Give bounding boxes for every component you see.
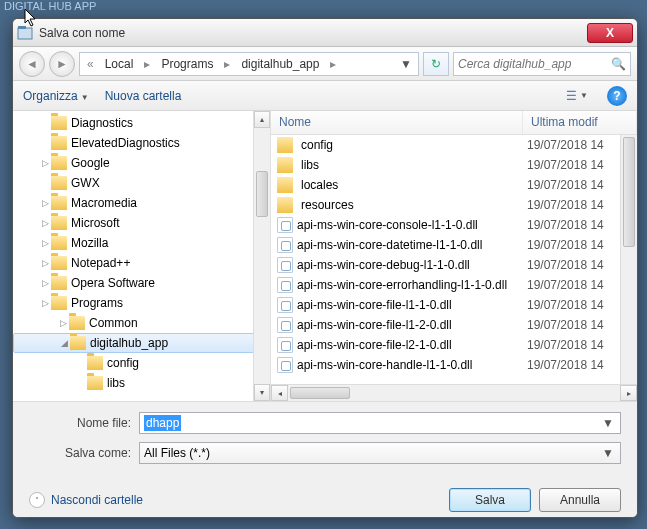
expand-icon[interactable]: ▷: [39, 238, 51, 248]
list-item[interactable]: api-ms-win-core-file-l1-2-0.dll19/07/201…: [271, 315, 637, 335]
refresh-button[interactable]: ↻: [423, 52, 449, 76]
scroll-down-button[interactable]: ▾: [254, 384, 270, 401]
folder-tree[interactable]: DiagnosticsElevatedDiagnostics▷GoogleGWX…: [13, 111, 271, 401]
filename-dropdown[interactable]: ▼: [600, 416, 616, 430]
expand-icon[interactable]: ▷: [39, 158, 51, 168]
new-folder-button[interactable]: Nuova cartella: [105, 89, 182, 103]
back-button[interactable]: ◄: [19, 51, 45, 77]
search-input[interactable]: [458, 57, 611, 71]
folder-icon: [51, 256, 67, 270]
filename-value[interactable]: dhapp: [144, 415, 181, 431]
scroll-right-button[interactable]: ▸: [620, 385, 637, 401]
titlebar[interactable]: Salva con nome X: [13, 19, 637, 47]
tree-label: Opera Software: [71, 276, 155, 290]
tree-node[interactable]: ▷Microsoft: [13, 213, 270, 233]
expand-icon[interactable]: ▷: [39, 278, 51, 288]
tree-node[interactable]: Diagnostics: [13, 113, 270, 133]
tree-node[interactable]: ▷Google: [13, 153, 270, 173]
organize-menu[interactable]: Organizza▼: [23, 89, 89, 103]
chevron-right-icon[interactable]: ▸: [327, 57, 339, 71]
scroll-up-button[interactable]: ▴: [254, 111, 270, 128]
tree-label: config: [107, 356, 139, 370]
list-item[interactable]: libs19/07/2018 14: [271, 155, 637, 175]
tree-label: Microsoft: [71, 216, 120, 230]
tree-label: Macromedia: [71, 196, 137, 210]
file-name: api-ms-win-core-file-l1-1-0.dll: [297, 298, 452, 312]
address-bar[interactable]: « Local ▸ Programs ▸ digitalhub_app ▸ ▼: [79, 52, 419, 76]
list-item[interactable]: api-ms-win-core-datetime-l1-1-0.dll19/07…: [271, 235, 637, 255]
tree-scrollbar[interactable]: ▴ ▾: [253, 111, 270, 401]
dll-file-icon: [277, 217, 293, 233]
filetype-dropdown[interactable]: ▼: [600, 446, 616, 460]
folder-icon: [87, 376, 103, 390]
tree-node[interactable]: ▷Notepad++: [13, 253, 270, 273]
scroll-thumb[interactable]: [256, 171, 268, 217]
tree-node[interactable]: config: [13, 353, 270, 373]
list-item[interactable]: api-ms-win-core-console-l1-1-0.dll19/07/…: [271, 215, 637, 235]
dll-file-icon: [277, 297, 293, 313]
address-dropdown[interactable]: ▼: [398, 57, 414, 71]
forward-icon: ►: [56, 57, 68, 71]
tree-label: GWX: [71, 176, 100, 190]
tree-node[interactable]: ◢digitalhub_app: [13, 333, 270, 353]
column-name[interactable]: Nome: [271, 111, 523, 134]
list-item[interactable]: api-ms-win-core-file-l1-1-0.dll19/07/201…: [271, 295, 637, 315]
file-name: api-ms-win-core-file-l2-1-0.dll: [297, 338, 452, 352]
horizontal-scrollbar[interactable]: ◂ ▸: [271, 384, 637, 401]
breadcrumb-item[interactable]: Local: [101, 55, 138, 73]
help-button[interactable]: ?: [607, 86, 627, 106]
search-icon[interactable]: 🔍: [611, 57, 626, 71]
list-item[interactable]: api-ms-win-core-errorhandling-l1-1-0.dll…: [271, 275, 637, 295]
list-item[interactable]: resources19/07/2018 14: [271, 195, 637, 215]
expand-icon[interactable]: ▷: [39, 198, 51, 208]
list-item[interactable]: config19/07/2018 14: [271, 135, 637, 155]
tree-label: Common: [89, 316, 138, 330]
list-item[interactable]: api-ms-win-core-debug-l1-1-0.dll19/07/20…: [271, 255, 637, 275]
view-options-button[interactable]: ☰▼: [563, 85, 591, 107]
forward-button[interactable]: ►: [49, 51, 75, 77]
scroll-thumb[interactable]: [623, 137, 635, 247]
breadcrumb-item[interactable]: Programs: [157, 55, 217, 73]
tree-node[interactable]: ▷Mozilla: [13, 233, 270, 253]
expand-icon[interactable]: ▷: [39, 258, 51, 268]
expand-icon[interactable]: ▷: [39, 298, 51, 308]
list-item[interactable]: api-ms-win-core-handle-l1-1-0.dll19/07/2…: [271, 355, 637, 375]
filetype-select[interactable]: All Files (*.*) ▼: [139, 442, 621, 464]
chevron-right-icon[interactable]: ▸: [141, 57, 153, 71]
tree-node[interactable]: GWX: [13, 173, 270, 193]
folder-icon: [277, 177, 293, 193]
tree-node[interactable]: ▷Opera Software: [13, 273, 270, 293]
file-name: api-ms-win-core-handle-l1-1-0.dll: [297, 358, 472, 372]
chevron-right-icon[interactable]: ▸: [221, 57, 233, 71]
save-button[interactable]: Salva: [449, 488, 531, 512]
expand-icon[interactable]: ▷: [57, 318, 69, 328]
dll-file-icon: [277, 277, 293, 293]
tree-node[interactable]: ▷Macromedia: [13, 193, 270, 213]
toolbar: Organizza▼ Nuova cartella ☰▼ ?: [13, 81, 637, 111]
list-item[interactable]: api-ms-win-core-file-l2-1-0.dll19/07/201…: [271, 335, 637, 355]
tree-node[interactable]: libs: [13, 373, 270, 393]
hide-folders-link[interactable]: ˄ Nascondi cartelle: [29, 492, 143, 508]
file-list[interactable]: Nome Ultima modif config19/07/2018 14lib…: [271, 111, 637, 401]
close-button[interactable]: X: [587, 23, 633, 43]
filename-input[interactable]: dhapp ▼: [139, 412, 621, 434]
cancel-button[interactable]: Annulla: [539, 488, 621, 512]
tree-node[interactable]: ▷Common: [13, 313, 270, 333]
column-date[interactable]: Ultima modif: [523, 111, 637, 134]
dll-file-icon: [277, 337, 293, 353]
tree-node[interactable]: ▷Programs: [13, 293, 270, 313]
expand-icon[interactable]: ▷: [39, 218, 51, 228]
scroll-left-button[interactable]: ◂: [271, 385, 288, 401]
expand-icon[interactable]: ◢: [58, 338, 70, 348]
folder-icon: [51, 216, 67, 230]
vertical-scrollbar[interactable]: [620, 135, 637, 384]
file-name: locales: [301, 178, 338, 192]
search-box[interactable]: 🔍: [453, 52, 631, 76]
dialog-footer: ˄ Nascondi cartelle Salva Annulla: [13, 478, 637, 518]
scroll-thumb[interactable]: [290, 387, 350, 399]
tree-node[interactable]: ElevatedDiagnostics: [13, 133, 270, 153]
folder-icon: [51, 116, 67, 130]
breadcrumb-item[interactable]: digitalhub_app: [237, 55, 323, 73]
list-item[interactable]: locales19/07/2018 14: [271, 175, 637, 195]
file-name: config: [301, 138, 333, 152]
